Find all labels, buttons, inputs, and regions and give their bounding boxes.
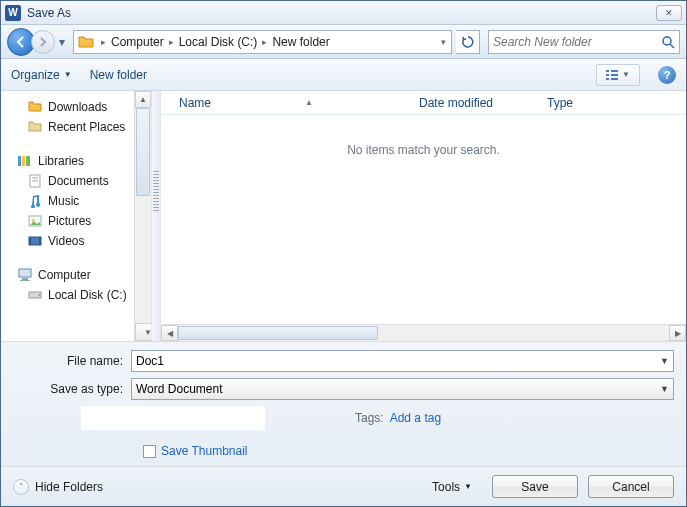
views-button[interactable]: ▼ — [596, 64, 640, 86]
svg-rect-8 — [18, 156, 21, 166]
empty-message: No items match your search. — [161, 115, 686, 324]
organize-button[interactable]: Organize ▼ — [11, 68, 72, 82]
videos-icon — [27, 233, 43, 249]
music-icon — [27, 193, 43, 209]
word-icon: W — [5, 5, 21, 21]
window-title: Save As — [27, 6, 71, 20]
breadcrumb-bar[interactable]: ▸ Computer ▸ Local Disk (C:) ▸ New folde… — [73, 30, 452, 54]
svg-point-23 — [38, 294, 40, 296]
svg-rect-18 — [39, 237, 41, 245]
new-folder-button[interactable]: New folder — [90, 68, 147, 82]
tree-pictures[interactable]: Pictures — [11, 211, 151, 231]
chevron-up-icon: ˄ — [13, 479, 29, 495]
scroll-right[interactable]: ▶ — [669, 325, 686, 341]
svg-rect-5 — [611, 74, 618, 76]
saveastype-value: Word Document — [136, 382, 660, 396]
tree-scrollbar[interactable]: ▲ ▼ — [134, 91, 151, 341]
crumb-newfolder[interactable]: New folder — [270, 35, 331, 49]
tools-button[interactable]: Tools ▼ — [432, 480, 472, 494]
pictures-icon — [27, 213, 43, 229]
splitter[interactable] — [151, 91, 161, 341]
filename-combo[interactable]: ▼ — [131, 350, 674, 372]
tree-videos[interactable]: Videos — [11, 231, 151, 251]
filename-label: File name: — [13, 354, 131, 368]
close-button[interactable]: ✕ — [656, 5, 682, 21]
svg-rect-7 — [611, 78, 618, 80]
svg-rect-10 — [26, 156, 30, 166]
add-tag-link[interactable]: Add a tag — [390, 411, 441, 425]
title-bar: W Save As ✕ — [1, 1, 686, 25]
scroll-down[interactable]: ▼ — [135, 323, 151, 341]
checkbox-icon[interactable] — [143, 445, 156, 458]
folder-tree[interactable]: Downloads Recent Places Libraries Docume… — [1, 91, 151, 341]
footer: ˄ Hide Folders Tools ▼ Save Cancel — [1, 466, 686, 506]
save-thumbnail-checkbox[interactable]: Save Thumbnail — [143, 444, 674, 458]
tree-documents[interactable]: Documents — [11, 171, 151, 191]
sort-arrow-icon: ▲ — [305, 98, 313, 107]
search-icon[interactable] — [661, 35, 675, 49]
svg-rect-17 — [29, 237, 31, 245]
saveastype-combo[interactable]: Word Document ▼ — [131, 378, 674, 400]
crumb-localdisk[interactable]: Local Disk (C:) — [177, 35, 260, 49]
svg-rect-19 — [19, 269, 31, 277]
scroll-up[interactable]: ▲ — [135, 91, 151, 108]
col-name[interactable]: Name▲ — [179, 96, 419, 110]
documents-icon — [27, 173, 43, 189]
history-dropdown[interactable]: ▾ — [55, 35, 69, 49]
search-box[interactable] — [488, 30, 680, 54]
saveastype-label: Save as type: — [13, 382, 131, 396]
svg-rect-21 — [20, 280, 30, 281]
hscroll-thumb[interactable] — [178, 326, 378, 340]
file-pane: Name▲ Date modified Type No items match … — [161, 91, 686, 341]
libraries-icon — [17, 153, 33, 169]
col-date[interactable]: Date modified — [419, 96, 547, 110]
tree-music[interactable]: Music — [11, 191, 151, 211]
downloads-icon — [27, 99, 43, 115]
help-button[interactable]: ? — [658, 66, 676, 84]
cancel-button[interactable]: Cancel — [588, 475, 674, 498]
tree-downloads[interactable]: Downloads — [11, 97, 151, 117]
svg-rect-4 — [606, 74, 609, 76]
drive-icon — [27, 287, 43, 303]
svg-rect-6 — [606, 78, 609, 80]
tree-computer[interactable]: Computer — [11, 265, 151, 285]
refresh-button[interactable] — [456, 30, 480, 54]
save-button[interactable]: Save — [492, 475, 578, 498]
scroll-left[interactable]: ◀ — [161, 325, 178, 341]
svg-point-0 — [663, 37, 671, 45]
toolbar: Organize ▼ New folder ▼ ? — [1, 59, 686, 91]
svg-rect-9 — [22, 156, 25, 166]
forward-button[interactable] — [31, 30, 55, 54]
nav-bar: ▾ ▸ Computer ▸ Local Disk (C:) ▸ New fol… — [1, 25, 686, 59]
computer-icon — [17, 267, 33, 283]
tags-label: Tags: — [355, 411, 384, 425]
filename-dropdown[interactable]: ▼ — [660, 356, 669, 366]
hide-folders-button[interactable]: ˄ Hide Folders — [13, 479, 103, 495]
tree-libraries[interactable]: Libraries — [11, 151, 151, 171]
svg-rect-20 — [22, 278, 28, 280]
h-scrollbar[interactable]: ◀ ▶ — [161, 324, 686, 341]
tree-recent[interactable]: Recent Places — [11, 117, 151, 137]
col-type[interactable]: Type — [547, 96, 686, 110]
tree-localdisk[interactable]: Local Disk (C:) — [11, 285, 151, 305]
scroll-thumb[interactable] — [136, 108, 150, 196]
svg-line-1 — [670, 44, 674, 48]
folder-icon — [78, 34, 96, 50]
search-input[interactable] — [493, 35, 661, 49]
svg-rect-2 — [606, 70, 609, 72]
saveastype-dropdown[interactable]: ▼ — [660, 384, 669, 394]
authors-box[interactable] — [81, 406, 265, 430]
save-fields: File name: ▼ Save as type: Word Document… — [1, 342, 686, 466]
recent-icon — [27, 119, 43, 135]
crumb-computer[interactable]: Computer — [109, 35, 166, 49]
svg-rect-3 — [611, 70, 618, 72]
filename-input[interactable] — [136, 354, 660, 368]
column-headers: Name▲ Date modified Type — [161, 91, 686, 115]
